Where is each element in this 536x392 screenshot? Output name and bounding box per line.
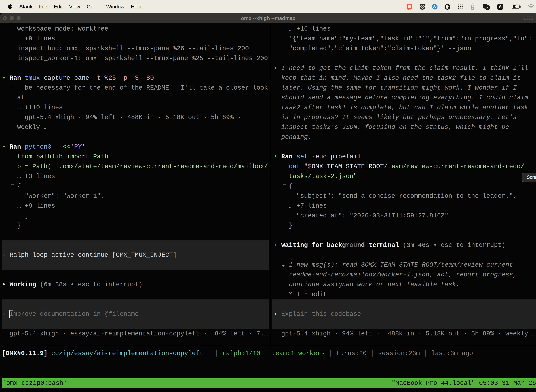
svg-text:..61: ..61: [485, 6, 490, 9]
